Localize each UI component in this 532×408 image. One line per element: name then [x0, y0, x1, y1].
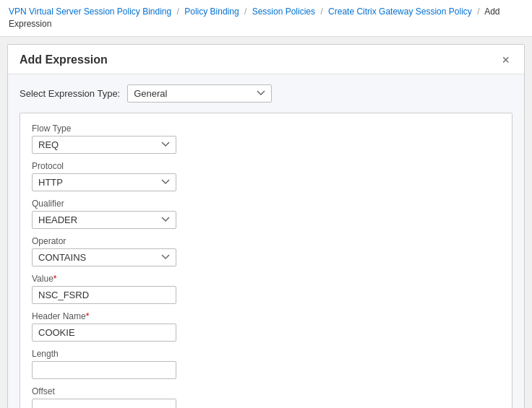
qualifier-select[interactable]: HEADER BODY URL METHOD: [32, 211, 176, 229]
flow-type-select[interactable]: REQ RES: [32, 136, 176, 154]
operator-label: Operator: [32, 236, 500, 246]
add-expression-modal: Add Expression × Select Expression Type:…: [7, 44, 525, 408]
expression-type-select[interactable]: General Advanced Classic: [127, 84, 272, 103]
header-name-field: Header Name*: [32, 311, 500, 342]
breadcrumb-create-policy[interactable]: Create Citrix Gateway Session Policy: [328, 6, 472, 17]
breadcrumb: VPN Virtual Server Session Policy Bindin…: [0, 0, 532, 37]
operator-select[interactable]: CONTAINS EQUALS STARTSWITH ENDSWITH MATC…: [32, 248, 176, 266]
offset-field: Offset: [32, 386, 500, 408]
breadcrumb-sep-2: /: [244, 6, 246, 17]
breadcrumb-session-policies[interactable]: Session Policies: [252, 6, 315, 17]
expression-type-row: Select Expression Type: General Advanced…: [20, 84, 512, 103]
length-label: Length: [32, 349, 500, 359]
length-input[interactable]: [32, 361, 176, 379]
protocol-select[interactable]: HTTP HTTPS TCP UDP: [32, 173, 176, 191]
form-panel: Flow Type REQ RES Protocol HTTP HTTPS TC…: [20, 113, 512, 408]
breadcrumb-sep-1: /: [177, 6, 179, 17]
modal-body: Select Expression Type: General Advanced…: [8, 74, 524, 408]
value-label: Value*: [32, 274, 500, 284]
breadcrumb-sep-3: /: [320, 6, 322, 17]
modal-header: Add Expression ×: [8, 45, 524, 74]
length-field: Length: [32, 349, 500, 379]
qualifier-label: Qualifier: [32, 199, 500, 209]
operator-field: Operator CONTAINS EQUALS STARTSWITH ENDS…: [32, 236, 500, 266]
offset-label: Offset: [32, 386, 500, 396]
protocol-label: Protocol: [32, 161, 500, 171]
header-name-required-marker: *: [86, 311, 90, 321]
offset-input[interactable]: [32, 399, 176, 408]
value-input[interactable]: [32, 286, 176, 304]
flow-type-label: Flow Type: [32, 123, 500, 134]
breadcrumb-vpn[interactable]: VPN Virtual Server Session Policy Bindin…: [9, 6, 171, 17]
breadcrumb-policy-binding[interactable]: Policy Binding: [184, 6, 239, 17]
value-field: Value*: [32, 274, 500, 304]
breadcrumb-sep-4: /: [477, 6, 479, 17]
qualifier-field: Qualifier HEADER BODY URL METHOD: [32, 199, 500, 229]
flow-type-field: Flow Type REQ RES: [32, 123, 500, 154]
close-button[interactable]: ×: [499, 53, 512, 66]
header-name-input[interactable]: [32, 324, 176, 342]
protocol-field: Protocol HTTP HTTPS TCP UDP: [32, 161, 500, 191]
header-name-label: Header Name*: [32, 311, 500, 321]
modal-title: Add Expression: [20, 53, 108, 66]
expression-type-label: Select Expression Type:: [20, 88, 120, 99]
value-required-marker: *: [53, 274, 57, 284]
